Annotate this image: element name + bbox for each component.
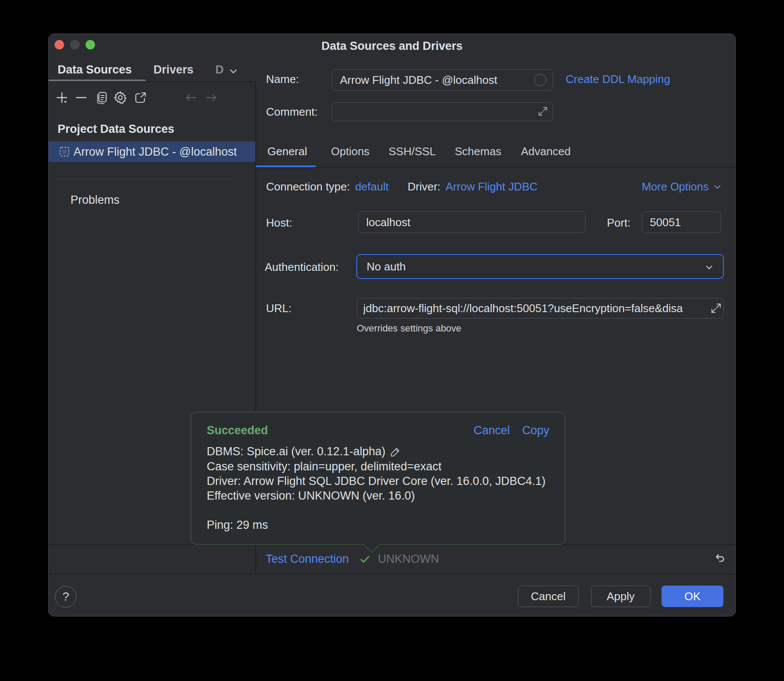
name-label: Name: [266,73,299,86]
sidebar-divider [55,179,232,179]
create-ddl-mapping-link[interactable]: Create DDL Mapping [566,73,670,86]
tab-ssh-ssl[interactable]: SSH/SSL [389,145,436,158]
chevron-down-icon [704,262,714,273]
popup-case-line: Case sensitivity: plain=upper, delimited… [207,460,441,473]
authentication-value: No auth [367,260,406,273]
export-icon[interactable] [133,90,148,105]
add-icon[interactable] [55,90,69,105]
duplicate-icon[interactable] [95,90,109,105]
more-options-link[interactable]: More Options [642,180,723,193]
more-options-label: More Options [642,180,709,193]
chevron-down-icon[interactable] [228,66,239,77]
chevron-down-icon [712,182,723,192]
tree-item-label: Arrow Flight JDBC - @localhost [74,145,237,159]
main-tab-border [255,167,736,168]
authentication-select[interactable]: No auth [356,254,724,279]
port-input[interactable]: 50051 [642,212,721,233]
url-value: jdbc:arrow-flight-sql://localhost:50051?… [363,302,683,315]
connection-result-text: UNKNOWN [378,552,439,566]
tab-drivers[interactable]: Drivers [153,63,193,77]
project-data-sources-header: Project Data Sources [58,123,175,136]
host-label: Host: [266,216,292,230]
help-button[interactable]: ? [55,586,77,607]
comment-label: Comment: [266,105,318,119]
name-input[interactable]: Arrow Flight JDBC - @localhost [332,69,553,91]
url-input[interactable]: jdbc:arrow-flight-sql://localhost:50051?… [357,298,724,319]
url-hint: Overrides settings above [357,323,461,334]
host-input[interactable]: localhost [358,212,585,233]
forward-arrow-icon[interactable] [204,90,219,105]
tab-ddl-truncated[interactable]: D [215,63,224,77]
expand-url-icon[interactable] [710,303,722,314]
popup-dbms-line: DBMS: Spice.ai (ver. 0.12.1-alpha) [207,445,386,458]
edit-pencil-icon[interactable] [390,446,401,457]
name-value: Arrow Flight JDBC - @localhost [340,74,497,87]
tab-general[interactable]: General [267,145,307,158]
test-connection-popup: Succeeded Cancel Copy DBMS: Spice.ai (ve… [191,412,565,545]
authentication-label: Authentication: [265,261,339,274]
host-value: localhost [366,216,410,229]
tree-item-arrow-flight-jdbc[interactable]: Arrow Flight JDBC - @localhost [49,141,255,162]
popup-copy-link[interactable]: Copy [522,424,549,437]
url-label: URL: [266,302,291,315]
driver-label: Driver: [407,180,441,193]
popup-status: Succeeded [207,424,268,437]
tabstrip-border [49,81,255,82]
help-question-icon: ? [62,590,69,604]
popup-cancel-link[interactable]: Cancel [474,424,510,437]
success-checkmark-icon [359,553,371,565]
ok-button[interactable]: OK [662,586,723,607]
driver-value-link[interactable]: Arrow Flight JDBC [446,180,538,193]
connection-type-value-link[interactable]: default [355,180,389,193]
dialog-title: Data Sources and Drivers [49,40,735,53]
test-connection-link[interactable]: Test Connection [266,552,349,566]
popup-effective-line: Effective version: UNKNOWN (ver. 16.0) [207,489,415,503]
cancel-button[interactable]: Cancel [518,586,579,607]
expand-comment-icon[interactable] [538,106,548,117]
comment-input[interactable] [332,102,553,121]
popup-ping-line: Ping: 29 ms [207,518,268,532]
settings-gear-icon[interactable] [113,90,128,105]
port-label: Port: [607,216,631,230]
popup-driver-line: Driver: Arrow Flight SQL JDBC Driver Cor… [207,475,545,488]
data-sources-dialog: Data Sources and Drivers Data Sources Dr… [48,34,736,617]
tab-advanced[interactable]: Advanced [521,145,571,158]
footer-divider [49,574,736,574]
tab-schemas[interactable]: Schemas [455,145,501,158]
data-source-icon [59,146,70,157]
problems-item[interactable]: Problems [70,193,119,207]
undo-icon[interactable] [713,552,726,565]
remove-icon[interactable] [74,90,89,105]
tab-options[interactable]: Options [331,145,370,158]
back-arrow-icon[interactable] [184,90,198,105]
connection-type-label: Connection type: [266,180,350,193]
color-picker-circle-icon[interactable] [534,74,546,86]
tab-data-sources[interactable]: Data Sources [58,63,132,77]
apply-button[interactable]: Apply [591,586,650,607]
port-value: 50051 [650,216,681,229]
